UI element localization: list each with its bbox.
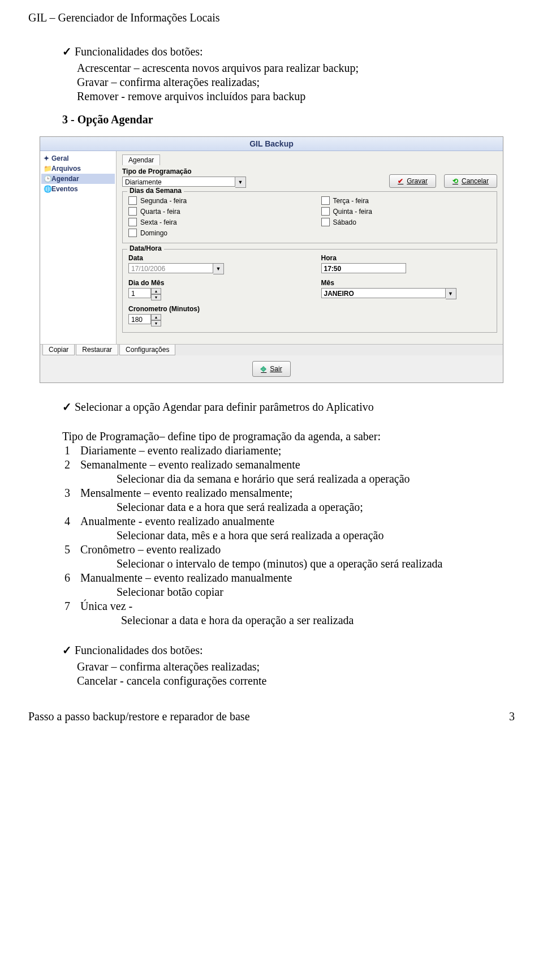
funcionalidades-heading-1: Funcionalidades dos botões: (62, 45, 515, 58)
chevron-down-icon[interactable]: ▼ (213, 263, 224, 274)
page-header: GIL – Gerenciador de Informações Locais (28, 11, 515, 24)
checkbox-terca[interactable]: Terça - feira (321, 196, 492, 205)
spin-up-icon[interactable]: ▲ (151, 288, 161, 294)
dia-mes-label: Dia do Mês (128, 279, 299, 287)
cancelar-button[interactable]: ⟲Cancelar (444, 174, 497, 188)
chevron-down-icon[interactable]: ▼ (446, 288, 456, 299)
mes-label: Mês (321, 279, 492, 287)
cronometro-value: 180 (128, 314, 151, 324)
tab-copiar[interactable]: Copiar (42, 345, 75, 355)
exit-icon: ⎆ (261, 364, 266, 374)
cronometro-field[interactable]: 180 ▲▼ (128, 314, 299, 326)
sidebar-item-arquivos[interactable]: 📁Arquivos (41, 164, 115, 174)
gravar-button[interactable]: ✔Gravar (389, 174, 436, 188)
dias-semana-label: Dias da Semana (127, 187, 184, 195)
programacao-list: 1Diariamente – evento realizado diariame… (64, 444, 515, 627)
check-selecionar-agendar: Selecionar a opção Agendar para definir … (62, 400, 515, 414)
refresh-icon: ⟲ (453, 177, 458, 185)
cronometro-label: Cronometro (Minutos) (128, 305, 299, 313)
data-hora-group: Data/Hora Data 17/10/2006 ▼ Hora 17:50 (122, 249, 497, 333)
page-footer: Passo a passo backup/restore e reparador… (28, 710, 515, 723)
func-gravar: Gravar – confirma alterações realizadas; (77, 660, 515, 673)
data-value: 17/10/2006 (128, 263, 213, 273)
spin-down-icon[interactable]: ▼ (151, 294, 161, 300)
checkbox-icon (128, 196, 137, 205)
intro-line-1: Acrescentar – acrescenta novos arquivos … (77, 62, 515, 75)
dias-semana-group: Dias da Semana Segunda - feira Terça - f… (122, 191, 497, 243)
dia-mes-value: 1 (128, 288, 151, 298)
sidebar-item-agendar[interactable]: 🕒Agendar (41, 174, 115, 184)
spin-up-icon[interactable]: ▲ (151, 314, 161, 320)
section-3-heading: 3 - Opção Agendar (62, 113, 515, 126)
folder-icon: 📁 (44, 165, 51, 173)
checkbox-sexta[interactable]: Sexta - feira (128, 218, 299, 226)
checkbox-sabado[interactable]: Sábado (321, 218, 492, 226)
sidebar-item-eventos[interactable]: 🌐Eventos (41, 184, 115, 194)
window-title: GIL Backup (40, 137, 503, 151)
diamond-icon: ✦ (44, 154, 51, 162)
chevron-down-icon[interactable]: ▼ (235, 177, 246, 188)
tipo-programacao-intro: Tipo de Programação– define tipo de prog… (62, 430, 515, 443)
clock-icon: 🕒 (44, 175, 51, 183)
checkbox-icon (321, 196, 330, 205)
checkbox-icon (128, 207, 137, 216)
funcionalidades-heading-2: Funcionalidades dos botões: (62, 643, 515, 657)
main-panel: Agendar Tipo de Programação Diariamente … (117, 151, 503, 344)
tipo-programacao-dropdown[interactable]: Diariamente ▼ (122, 177, 258, 188)
dia-mes-field[interactable]: 1 ▲▼ (128, 288, 299, 300)
data-hora-label: Data/Hora (127, 244, 164, 252)
func-cancelar: Cancelar - cancela configurações corrent… (77, 674, 515, 687)
sidebar: ✦Geral 📁Arquivos 🕒Agendar 🌐Eventos (40, 151, 117, 344)
checkbox-icon (128, 218, 137, 226)
checkbox-icon (321, 207, 330, 216)
globe-icon: 🌐 (44, 185, 51, 193)
tab-agendar[interactable]: Agendar (122, 154, 160, 165)
tipo-programacao-value: Diariamente (122, 177, 235, 187)
checkbox-quinta[interactable]: Quinta - feira (321, 207, 492, 216)
tab-restaurar[interactable]: Restaurar (76, 345, 118, 355)
checkbox-icon (321, 218, 330, 226)
hora-label: Hora (321, 254, 492, 262)
data-field[interactable]: 17/10/2006 ▼ (128, 263, 299, 274)
checkbox-segunda[interactable]: Segunda - feira (128, 196, 299, 205)
page-number: 3 (509, 710, 515, 723)
hora-field[interactable]: 17:50 (321, 263, 406, 273)
intro-line-2: Gravar – confirma alterações realizadas; (77, 76, 515, 89)
checkbox-icon (128, 229, 137, 237)
checkbox-quarta[interactable]: Quarta - feira (128, 207, 299, 216)
tipo-programacao-label: Tipo de Programação (122, 167, 258, 175)
mes-value: JANEIRO (321, 288, 446, 298)
mes-dropdown[interactable]: JANEIRO ▼ (321, 288, 492, 299)
footer-left: Passo a passo backup/restore e reparador… (28, 710, 250, 723)
gil-backup-window: GIL Backup ✦Geral 📁Arquivos 🕒Agendar 🌐Ev… (40, 136, 503, 383)
sidebar-item-geral[interactable]: ✦Geral (41, 153, 115, 164)
checkbox-domingo[interactable]: Domingo (128, 229, 299, 237)
data-label: Data (128, 254, 299, 262)
bottom-tabs: Copiar Restaurar Configurações (40, 344, 503, 355)
tab-configuracoes[interactable]: Configurações (119, 345, 175, 355)
intro-line-3: Remover - remove arquivos incluídos para… (77, 90, 515, 103)
check-icon: ✔ (398, 177, 403, 185)
spin-down-icon[interactable]: ▼ (151, 320, 161, 326)
sair-button[interactable]: ⎆Sair (252, 361, 290, 377)
